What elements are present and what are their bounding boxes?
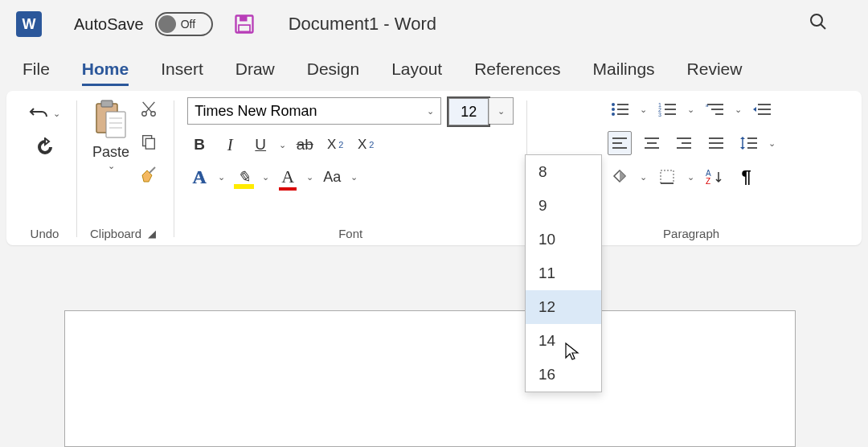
- group-clipboard-label: Clipboard: [90, 227, 141, 240]
- multilevel-list-button[interactable]: a: [702, 97, 727, 121]
- chevron-down-icon[interactable]: ⌄: [687, 105, 694, 115]
- document-page[interactable]: [64, 310, 796, 447]
- autosave-state: Off: [181, 18, 195, 31]
- svg-rect-6: [101, 100, 113, 107]
- format-painter-button[interactable]: [138, 163, 159, 184]
- svg-text:Z: Z: [706, 177, 710, 185]
- svg-line-17: [149, 167, 155, 173]
- borders-button[interactable]: [655, 165, 679, 189]
- font-size-option[interactable]: 10: [526, 223, 601, 256]
- copy-button[interactable]: [138, 131, 159, 152]
- toggle-knob: [158, 15, 176, 33]
- search-button[interactable]: [809, 12, 828, 36]
- font-size-option[interactable]: 11: [526, 256, 601, 290]
- subscript-button[interactable]: X2: [323, 133, 347, 157]
- chevron-down-icon[interactable]: ⌄: [640, 172, 647, 182]
- highlight-button[interactable]: ✎: [231, 165, 256, 189]
- svg-point-20: [612, 108, 615, 111]
- bold-button[interactable]: B: [187, 133, 211, 157]
- font-name-combo[interactable]: Times New Roman ⌄: [187, 97, 441, 125]
- align-left-button[interactable]: [608, 131, 632, 155]
- svg-rect-2: [239, 25, 250, 31]
- font-size-combo[interactable]: 12 ⌄: [448, 97, 514, 125]
- align-center-button[interactable]: [640, 131, 664, 155]
- chevron-down-icon: ⌄: [427, 106, 434, 117]
- group-paragraph-label: Paragraph: [663, 227, 719, 240]
- font-size-value: 12: [461, 104, 477, 121]
- clipboard-launcher-icon[interactable]: ◢: [148, 228, 161, 240]
- autosave-label: AutoSave: [74, 15, 144, 34]
- tab-home[interactable]: Home: [82, 59, 129, 86]
- svg-point-3: [811, 14, 822, 26]
- clipboard-icon: [92, 97, 130, 142]
- autosave-toggle[interactable]: Off: [155, 12, 213, 36]
- group-clipboard: Paste ⌄ Clipboard ◢: [82, 97, 169, 240]
- font-size-option[interactable]: 12: [526, 290, 601, 324]
- chevron-down-icon[interactable]: ⌄: [262, 172, 269, 182]
- chevron-down-icon[interactable]: ⌄: [218, 172, 225, 182]
- tab-layout[interactable]: Layout: [391, 59, 442, 86]
- document-title: Document1 - Word: [289, 14, 436, 35]
- font-size-option[interactable]: 8: [526, 155, 601, 189]
- superscript-button[interactable]: X2: [354, 133, 378, 157]
- chevron-down-icon[interactable]: ⌄: [108, 161, 115, 171]
- tab-insert[interactable]: Insert: [161, 59, 203, 86]
- undo-button[interactable]: ⌄: [26, 102, 63, 125]
- sort-button[interactable]: AZ: [702, 165, 727, 189]
- justify-button[interactable]: [704, 131, 728, 155]
- svg-text:3: 3: [658, 112, 661, 117]
- bullet-list-button[interactable]: [608, 97, 632, 121]
- repeat-button[interactable]: [32, 134, 58, 160]
- chevron-down-icon[interactable]: ⌄: [768, 138, 776, 149]
- font-size-dropdown-list: 8 9 10 11 12 14 16: [525, 154, 602, 392]
- group-font: Times New Roman ⌄ 12 ⌄ B I U ⌄ ab X2 X2 …: [179, 97, 522, 240]
- group-undo: ⌄ Undo: [18, 97, 72, 240]
- chevron-down-icon[interactable]: ⌄: [687, 172, 694, 182]
- tab-file[interactable]: File: [23, 59, 50, 86]
- svg-rect-1: [240, 16, 247, 22]
- ribbon: ⌄ Undo Paste ⌄: [6, 91, 862, 245]
- cursor-icon: [564, 342, 580, 366]
- chevron-down-icon[interactable]: ⌄: [279, 140, 286, 150]
- font-name-value: Times New Roman: [194, 103, 317, 120]
- tab-draw[interactable]: Draw: [235, 59, 275, 86]
- chevron-down-icon[interactable]: ⌄: [735, 105, 742, 115]
- svg-point-18: [612, 103, 615, 106]
- chevron-down-icon: ⌄: [53, 109, 60, 119]
- decrease-indent-button[interactable]: [750, 97, 774, 121]
- paste-button[interactable]: Paste ⌄: [92, 97, 130, 171]
- svg-rect-7: [106, 112, 125, 137]
- tab-references[interactable]: References: [474, 59, 560, 86]
- font-size-dropdown-button[interactable]: ⌄: [489, 98, 513, 124]
- chevron-down-icon[interactable]: ⌄: [306, 172, 313, 182]
- cut-button[interactable]: [138, 99, 159, 120]
- svg-rect-16: [145, 138, 154, 149]
- title-bar: W AutoSave Off Document1 - Word: [0, 0, 868, 48]
- font-color-button[interactable]: A: [276, 165, 300, 189]
- font-size-option[interactable]: 16: [526, 358, 601, 392]
- change-case-button[interactable]: Aa: [320, 165, 344, 189]
- line-spacing-button[interactable]: [736, 131, 760, 155]
- strikethrough-button[interactable]: ab: [293, 133, 317, 157]
- shading-button[interactable]: [608, 165, 632, 189]
- group-undo-label: Undo: [31, 227, 59, 240]
- svg-point-22: [612, 113, 615, 116]
- font-size-option[interactable]: 14: [526, 324, 601, 358]
- chevron-down-icon: ⌄: [497, 106, 505, 117]
- tab-design[interactable]: Design: [307, 59, 359, 86]
- tab-mailings[interactable]: Mailings: [593, 59, 655, 86]
- group-font-label: Font: [338, 227, 362, 240]
- numbered-list-button[interactable]: 123: [655, 97, 679, 121]
- text-effects-button[interactable]: A: [187, 165, 211, 189]
- font-size-option[interactable]: 9: [526, 189, 601, 223]
- save-button[interactable]: [232, 12, 256, 36]
- show-marks-button[interactable]: ¶: [735, 165, 759, 189]
- word-app-icon: W: [16, 11, 42, 37]
- align-right-button[interactable]: [672, 131, 696, 155]
- svg-rect-53: [661, 170, 674, 183]
- chevron-down-icon[interactable]: ⌄: [640, 105, 647, 115]
- italic-button[interactable]: I: [218, 133, 242, 157]
- tab-review[interactable]: Review: [687, 59, 743, 86]
- chevron-down-icon[interactable]: ⌄: [350, 172, 358, 182]
- underline-button[interactable]: U: [248, 133, 272, 157]
